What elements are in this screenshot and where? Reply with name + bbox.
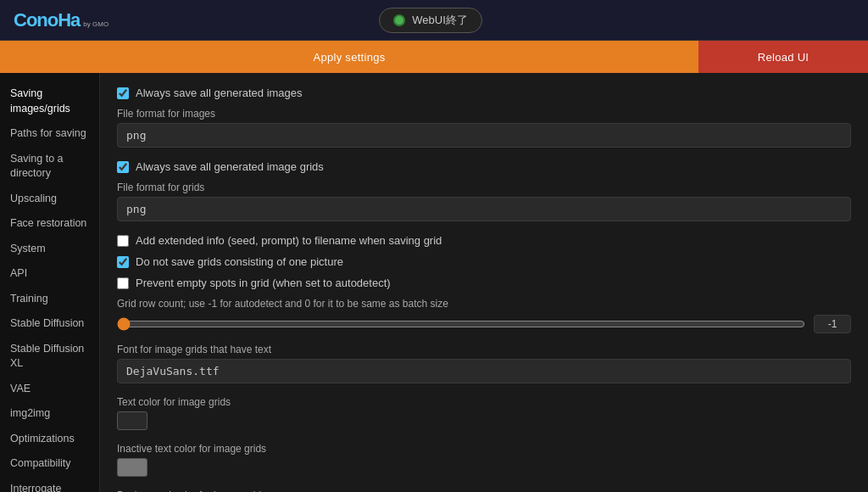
sidebar-item-img2img[interactable]: img2img [0, 401, 99, 427]
webui-badge[interactable]: WebUI終了 [379, 8, 482, 33]
sidebar-item-api[interactable]: API [0, 261, 99, 287]
font-grid-label: Font for image grids that have text [117, 344, 851, 355]
toolbar: Apply settings Reload UI [0, 41, 868, 73]
sidebar-item-face-restoration[interactable]: Face restoration [0, 211, 99, 237]
reload-ui-button[interactable]: Reload UI [698, 41, 868, 73]
inactive-text-color-swatch[interactable] [117, 458, 147, 477]
grid-row-count-value: -1 [814, 315, 851, 333]
image-format-row: File format for images png [117, 108, 851, 150]
inactive-text-color-row: Inactive text color for image grids [117, 443, 851, 479]
sidebar-item-paths-for-saving[interactable]: Paths for saving [0, 121, 99, 147]
extended-info-label: Add extended info (seed, prompt) to file… [136, 234, 442, 247]
apply-settings-button[interactable]: Apply settings [0, 41, 698, 73]
sidebar-item-saving-images-grids[interactable]: Saving images/grids [0, 81, 99, 121]
main-layout: Saving images/grids Paths for saving Sav… [0, 73, 868, 492]
webui-label: WebUI終了 [412, 13, 468, 28]
text-color-swatch[interactable] [117, 411, 147, 430]
extended-info-row: Add extended info (seed, prompt) to file… [117, 234, 851, 247]
webui-status-dot [393, 14, 405, 26]
sidebar-item-interrogate[interactable]: Interrogate [0, 477, 99, 493]
grid-format-row: File format for grids png [117, 182, 851, 224]
extended-info-checkbox[interactable] [117, 235, 129, 247]
always-save-images-row: Always save all generated images [117, 87, 851, 99]
logo-sub: by GMO [83, 20, 108, 28]
grid-format-input[interactable]: png [117, 197, 851, 221]
sidebar: Saving images/grids Paths for saving Sav… [0, 73, 100, 492]
sidebar-item-saving-to-directory[interactable]: Saving to a directory [0, 147, 99, 187]
sidebar-item-system[interactable]: System [0, 237, 99, 262]
font-grid-input[interactable]: DejaVuSans.ttf [117, 359, 851, 383]
always-save-grids-row: Always save all generated image grids [117, 160, 851, 173]
prevent-empty-checkbox[interactable] [117, 277, 129, 289]
grid-format-label: File format for grids [117, 182, 851, 193]
grid-row-count-label: Grid row count; use -1 for autodetect an… [117, 298, 851, 310]
content-area: Always save all generated images File fo… [100, 73, 868, 492]
image-format-input[interactable]: png [117, 123, 851, 148]
sidebar-item-upscaling[interactable]: Upscaling [0, 187, 99, 212]
sidebar-item-stable-diffusion-xl[interactable]: Stable Diffusion XL [0, 337, 99, 377]
grid-row-count-slider-row: -1 [117, 315, 851, 333]
sidebar-item-training[interactable]: Training [0, 287, 99, 312]
always-save-images-label: Always save all generated images [136, 87, 303, 99]
prevent-empty-row: Prevent empty spots in grid (when set to… [117, 277, 851, 289]
header: ConoHa by GMO WebUI終了 [0, 0, 868, 41]
sidebar-item-vae[interactable]: VAE [0, 377, 99, 402]
no-save-one-pic-row: Do not save grids consisting of one pict… [117, 255, 851, 268]
prevent-empty-label: Prevent empty spots in grid (when set to… [136, 277, 391, 289]
grid-row-count-slider[interactable] [117, 317, 805, 331]
always-save-images-checkbox[interactable] [117, 87, 129, 99]
sidebar-item-stable-diffusion[interactable]: Stable Diffusion [0, 311, 99, 337]
always-save-grids-checkbox[interactable] [117, 161, 129, 173]
logo-text: ConoHa [14, 9, 80, 31]
font-grid-row: Font for image grids that have text Deja… [117, 344, 851, 386]
text-color-label: Text color for image grids [117, 396, 851, 408]
grid-row-count-row: Grid row count; use -1 for autodetect an… [117, 298, 851, 333]
always-save-grids-label: Always save all generated image grids [136, 160, 324, 173]
inactive-text-color-label: Inactive text color for image grids [117, 443, 851, 455]
logo: ConoHa by GMO [14, 9, 108, 31]
no-save-one-pic-checkbox[interactable] [117, 256, 129, 268]
text-color-row: Text color for image grids [117, 396, 851, 433]
sidebar-item-optimizations[interactable]: Optimizations [0, 427, 99, 452]
sidebar-item-compatibility[interactable]: Compatibility [0, 451, 99, 477]
no-save-one-pic-label: Do not save grids consisting of one pict… [136, 255, 343, 268]
image-format-label: File format for images [117, 108, 851, 120]
